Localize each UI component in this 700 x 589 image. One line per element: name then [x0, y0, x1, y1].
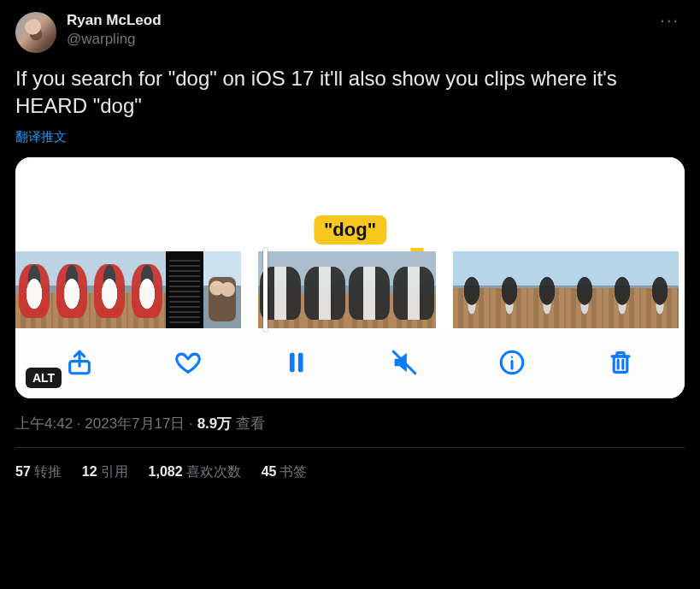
clip-thumb [91, 251, 128, 328]
svg-rect-2 [298, 352, 303, 372]
trash-icon[interactable] [605, 347, 636, 378]
transcript-tag: "dog" [314, 215, 386, 244]
clip-thumb [53, 251, 91, 328]
pause-icon[interactable] [280, 347, 311, 378]
display-name: Ryan McLeod [67, 12, 644, 29]
translate-link[interactable]: 翻译推文 [15, 129, 685, 145]
more-icon[interactable]: ··· [655, 12, 685, 27]
user-handle: @warpling [67, 31, 644, 48]
clip-thumb [641, 251, 679, 328]
quotes-stat[interactable]: 12引用 [82, 463, 128, 481]
clip-group-1 [15, 251, 241, 328]
clip-thumb [528, 251, 566, 328]
media-attachment[interactable]: "dog" [15, 157, 685, 398]
svg-rect-7 [614, 356, 627, 372]
likes-stat[interactable]: 1,082喜欢次数 [149, 463, 241, 481]
svg-rect-1 [290, 352, 295, 372]
alt-badge[interactable]: ALT [26, 368, 62, 388]
video-scrubber[interactable] [15, 251, 685, 328]
clip-thumb [491, 251, 528, 328]
clip-group-2 [258, 251, 436, 328]
clip-thumb [453, 251, 491, 328]
retweets-stat[interactable]: 57转推 [15, 463, 62, 481]
info-icon[interactable] [497, 347, 527, 378]
clip-thumb [166, 251, 203, 328]
clip-thumb [347, 251, 391, 328]
media-top: "dog" [15, 157, 685, 251]
mute-icon[interactable] [389, 347, 420, 378]
share-icon[interactable] [64, 347, 95, 378]
tweet-stats: 57转推 12引用 1,082喜欢次数 45书签 [15, 448, 685, 481]
views-count: 8.9万 [197, 415, 232, 432]
clip-thumb [203, 251, 241, 328]
tweet-meta[interactable]: 上午4:42 · 2023年7月17日 · 8.9万 查看 [15, 414, 685, 433]
playhead-icon[interactable] [263, 248, 268, 332]
tweet-container: Ryan McLeod @warpling ··· If you search … [0, 0, 700, 493]
heart-icon[interactable] [173, 347, 203, 378]
clip-thumb [303, 251, 347, 328]
tweet-header: Ryan McLeod @warpling ··· [15, 12, 685, 53]
clip-thumb [128, 251, 166, 328]
clip-thumb [566, 251, 603, 328]
avatar[interactable] [15, 12, 56, 53]
bookmarks-stat[interactable]: 45书签 [262, 463, 308, 481]
svg-point-6 [511, 356, 513, 357]
tweet-text: If you search for "dog" on iOS 17 it'll … [15, 65, 685, 121]
clip-thumb [391, 251, 436, 328]
clip-group-3 [453, 251, 679, 328]
clip-thumb [15, 251, 53, 328]
clip-thumb [603, 251, 641, 328]
meta-date: 2023年7月17日 [85, 415, 185, 432]
media-toolbar [15, 328, 685, 398]
meta-time: 上午4:42 [15, 415, 73, 432]
user-block[interactable]: Ryan McLeod @warpling [67, 12, 644, 48]
views-label: 查看 [232, 415, 265, 432]
